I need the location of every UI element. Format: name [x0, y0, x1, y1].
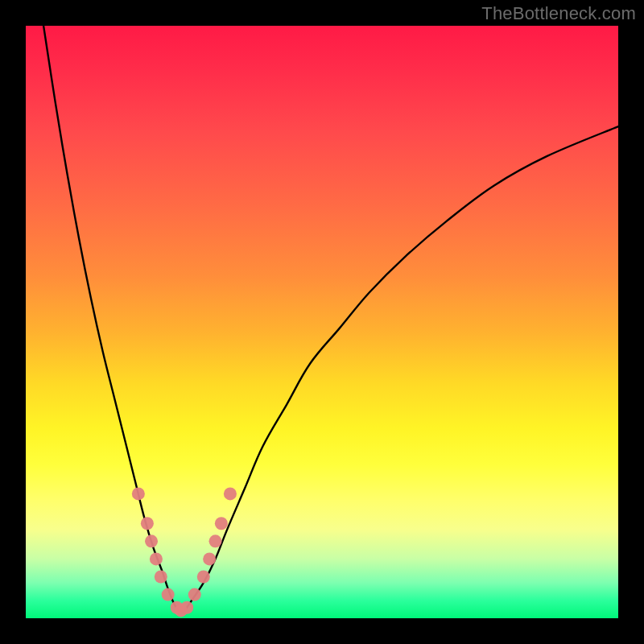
marker-dot: [162, 588, 175, 601]
watermark-text: TheBottleneck.com: [481, 3, 636, 24]
curve-left: [43, 26, 179, 611]
plot-area: [26, 26, 618, 618]
marker-group: [132, 487, 237, 617]
outer-frame: TheBottleneck.com: [0, 0, 644, 644]
marker-dot: [203, 552, 216, 565]
chart-svg: [26, 26, 618, 618]
marker-dot: [209, 535, 222, 547]
marker-dot: [215, 517, 228, 530]
marker-dot: [224, 487, 237, 500]
marker-dot: [155, 570, 167, 583]
marker-dot: [141, 517, 154, 530]
marker-dot: [188, 588, 201, 601]
marker-dot: [132, 487, 145, 500]
marker-dot: [145, 535, 158, 547]
curve-right: [184, 126, 618, 611]
marker-dot: [150, 552, 163, 565]
marker-dot: [180, 601, 193, 614]
marker-dot: [197, 570, 210, 583]
